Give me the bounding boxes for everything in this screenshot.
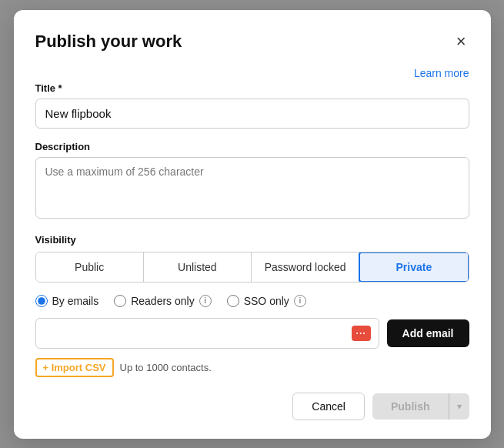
email-input-wrap: ··· — [35, 318, 379, 349]
learn-more-row: Learn more — [35, 67, 469, 79]
publish-modal: Publish your work × Learn more Title * D… — [14, 10, 491, 439]
close-button[interactable]: × — [453, 32, 469, 52]
radio-readers-only-label: Readers only — [131, 295, 195, 307]
add-email-button[interactable]: Add email — [387, 319, 469, 347]
title-field-group: Title * — [35, 82, 469, 141]
radio-sso-only[interactable]: SSO only i — [227, 295, 306, 307]
modal-overlay: Publish your work × Learn more Title * D… — [0, 0, 504, 448]
visibility-label: Visibility — [35, 234, 469, 246]
radio-by-emails[interactable]: By emails — [35, 295, 99, 307]
import-csv-button[interactable]: + Import CSV — [35, 358, 114, 377]
private-options-row: By emails Readers only i SSO only i — [35, 295, 469, 307]
publish-dropdown-button[interactable]: ▾ — [449, 393, 469, 420]
import-row: + Import CSV Up to 1000 contacts. — [35, 358, 469, 377]
readers-only-info-icon[interactable]: i — [199, 295, 212, 307]
radio-by-emails-input[interactable] — [35, 295, 48, 307]
email-input-row: ··· Add email — [35, 318, 469, 349]
description-input[interactable] — [35, 157, 469, 219]
tab-private[interactable]: Private — [359, 252, 469, 283]
modal-title: Publish your work — [35, 32, 182, 52]
title-input[interactable] — [35, 99, 469, 129]
radio-by-emails-label: By emails — [52, 295, 99, 307]
radio-readers-only[interactable]: Readers only i — [114, 295, 212, 307]
publish-button[interactable]: Publish — [372, 393, 449, 420]
tab-public[interactable]: Public — [36, 252, 144, 282]
radio-readers-only-input[interactable] — [114, 295, 126, 307]
title-label: Title * — [35, 82, 469, 94]
radio-sso-only-input[interactable] — [227, 295, 239, 307]
cancel-button[interactable]: Cancel — [292, 393, 365, 420]
modal-header: Publish your work × — [35, 32, 469, 52]
visibility-tabs: Public Unlisted Password locked Private — [35, 252, 469, 283]
learn-more-link[interactable]: Learn more — [414, 67, 469, 79]
publish-group: Publish ▾ — [372, 393, 469, 420]
email-dots-icon[interactable]: ··· — [352, 326, 371, 341]
tab-unlisted[interactable]: Unlisted — [144, 252, 252, 282]
tab-password-locked[interactable]: Password locked — [252, 252, 359, 282]
description-label: Description — [35, 141, 469, 152]
sso-only-info-icon[interactable]: i — [294, 295, 306, 307]
description-field-group: Description — [35, 141, 469, 234]
email-input[interactable] — [44, 327, 352, 339]
import-note: Up to 1000 contacts. — [120, 362, 212, 373]
action-row: Cancel Publish ▾ — [35, 393, 469, 420]
radio-sso-only-label: SSO only — [244, 295, 289, 307]
